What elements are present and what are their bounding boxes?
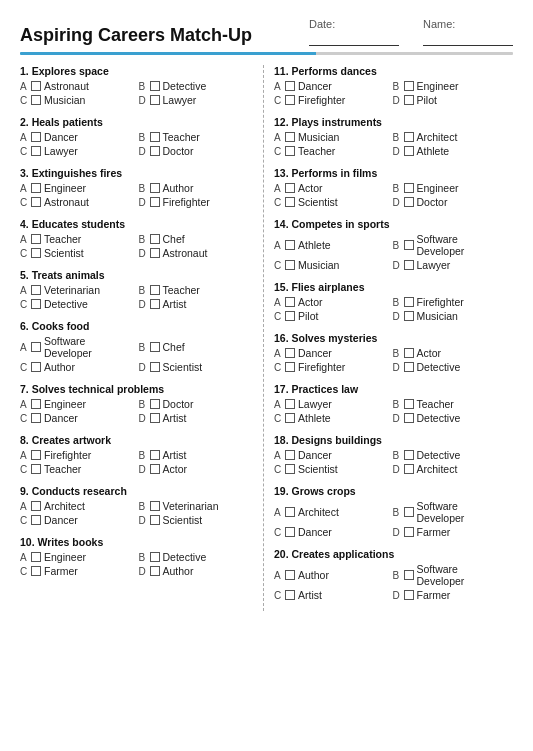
option-a[interactable]: AArchitect <box>274 500 389 524</box>
option-checkbox[interactable] <box>150 342 160 352</box>
option-checkbox[interactable] <box>31 450 41 460</box>
option-checkbox[interactable] <box>31 197 41 207</box>
option-checkbox[interactable] <box>31 501 41 511</box>
option-b[interactable]: BArchitect <box>393 131 508 143</box>
option-checkbox[interactable] <box>285 464 295 474</box>
option-b[interactable]: BSoftware Developer <box>393 233 508 257</box>
option-checkbox[interactable] <box>404 183 414 193</box>
option-c[interactable]: CAstronaut <box>20 196 135 208</box>
option-d[interactable]: DDoctor <box>139 145 254 157</box>
option-checkbox[interactable] <box>31 146 41 156</box>
option-a[interactable]: AEngineer <box>20 551 135 563</box>
option-a[interactable]: AVeterinarian <box>20 284 135 296</box>
option-checkbox[interactable] <box>285 146 295 156</box>
option-checkbox[interactable] <box>285 507 295 517</box>
option-b[interactable]: BDoctor <box>139 398 254 410</box>
option-b[interactable]: BDetective <box>139 551 254 563</box>
option-d[interactable]: DArtist <box>139 412 254 424</box>
option-checkbox[interactable] <box>150 234 160 244</box>
option-c[interactable]: CScientist <box>274 463 389 475</box>
option-a[interactable]: AMusician <box>274 131 389 143</box>
option-a[interactable]: ADancer <box>274 347 389 359</box>
option-checkbox[interactable] <box>31 285 41 295</box>
option-checkbox[interactable] <box>285 183 295 193</box>
option-d[interactable]: DLawyer <box>393 259 508 271</box>
option-a[interactable]: AAstronaut <box>20 80 135 92</box>
option-a[interactable]: ALawyer <box>274 398 389 410</box>
option-b[interactable]: BFirefighter <box>393 296 508 308</box>
option-c[interactable]: CArtist <box>274 589 389 601</box>
option-checkbox[interactable] <box>150 95 160 105</box>
option-checkbox[interactable] <box>404 311 414 321</box>
option-b[interactable]: BDetective <box>139 80 254 92</box>
option-checkbox[interactable] <box>31 566 41 576</box>
option-checkbox[interactable] <box>31 362 41 372</box>
option-c[interactable]: CDetective <box>20 298 135 310</box>
option-checkbox[interactable] <box>285 81 295 91</box>
option-b[interactable]: BChef <box>139 335 254 359</box>
option-d[interactable]: DScientist <box>139 514 254 526</box>
option-checkbox[interactable] <box>285 450 295 460</box>
option-checkbox[interactable] <box>31 464 41 474</box>
option-d[interactable]: DAthlete <box>393 145 508 157</box>
option-c[interactable]: CLawyer <box>20 145 135 157</box>
option-checkbox[interactable] <box>285 260 295 270</box>
option-checkbox[interactable] <box>404 507 414 517</box>
option-checkbox[interactable] <box>150 285 160 295</box>
option-d[interactable]: DAstronaut <box>139 247 254 259</box>
option-a[interactable]: AArchitect <box>20 500 135 512</box>
option-checkbox[interactable] <box>404 260 414 270</box>
option-checkbox[interactable] <box>31 132 41 142</box>
option-checkbox[interactable] <box>285 590 295 600</box>
option-d[interactable]: DDetective <box>393 361 508 373</box>
option-c[interactable]: CScientist <box>20 247 135 259</box>
option-d[interactable]: DFarmer <box>393 589 508 601</box>
option-c[interactable]: CScientist <box>274 196 389 208</box>
option-checkbox[interactable] <box>404 132 414 142</box>
option-checkbox[interactable] <box>150 197 160 207</box>
option-a[interactable]: AEngineer <box>20 398 135 410</box>
option-checkbox[interactable] <box>31 299 41 309</box>
option-checkbox[interactable] <box>404 413 414 423</box>
option-b[interactable]: BEngineer <box>393 182 508 194</box>
option-c[interactable]: CFirefighter <box>274 94 389 106</box>
option-c[interactable]: CFarmer <box>20 565 135 577</box>
option-checkbox[interactable] <box>285 197 295 207</box>
option-checkbox[interactable] <box>404 297 414 307</box>
option-checkbox[interactable] <box>150 413 160 423</box>
option-checkbox[interactable] <box>285 95 295 105</box>
option-d[interactable]: DDetective <box>393 412 508 424</box>
option-b[interactable]: BTeacher <box>393 398 508 410</box>
option-c[interactable]: CAthlete <box>274 412 389 424</box>
option-checkbox[interactable] <box>404 81 414 91</box>
option-checkbox[interactable] <box>31 399 41 409</box>
option-checkbox[interactable] <box>150 515 160 525</box>
option-a[interactable]: AActor <box>274 296 389 308</box>
option-checkbox[interactable] <box>31 552 41 562</box>
option-c[interactable]: CPilot <box>274 310 389 322</box>
option-checkbox[interactable] <box>150 566 160 576</box>
option-checkbox[interactable] <box>285 362 295 372</box>
option-checkbox[interactable] <box>31 413 41 423</box>
option-b[interactable]: BChef <box>139 233 254 245</box>
option-checkbox[interactable] <box>285 570 295 580</box>
option-d[interactable]: DPilot <box>393 94 508 106</box>
option-checkbox[interactable] <box>285 413 295 423</box>
option-checkbox[interactable] <box>150 552 160 562</box>
option-checkbox[interactable] <box>285 297 295 307</box>
option-checkbox[interactable] <box>150 183 160 193</box>
option-d[interactable]: DArtist <box>139 298 254 310</box>
option-checkbox[interactable] <box>150 450 160 460</box>
option-c[interactable]: CMusician <box>274 259 389 271</box>
option-b[interactable]: BDetective <box>393 449 508 461</box>
option-a[interactable]: ADancer <box>274 80 389 92</box>
option-checkbox[interactable] <box>31 95 41 105</box>
option-checkbox[interactable] <box>31 248 41 258</box>
option-b[interactable]: BEngineer <box>393 80 508 92</box>
option-d[interactable]: DMusician <box>393 310 508 322</box>
option-checkbox[interactable] <box>285 527 295 537</box>
option-checkbox[interactable] <box>150 464 160 474</box>
option-checkbox[interactable] <box>404 95 414 105</box>
option-d[interactable]: DActor <box>139 463 254 475</box>
option-checkbox[interactable] <box>150 501 160 511</box>
